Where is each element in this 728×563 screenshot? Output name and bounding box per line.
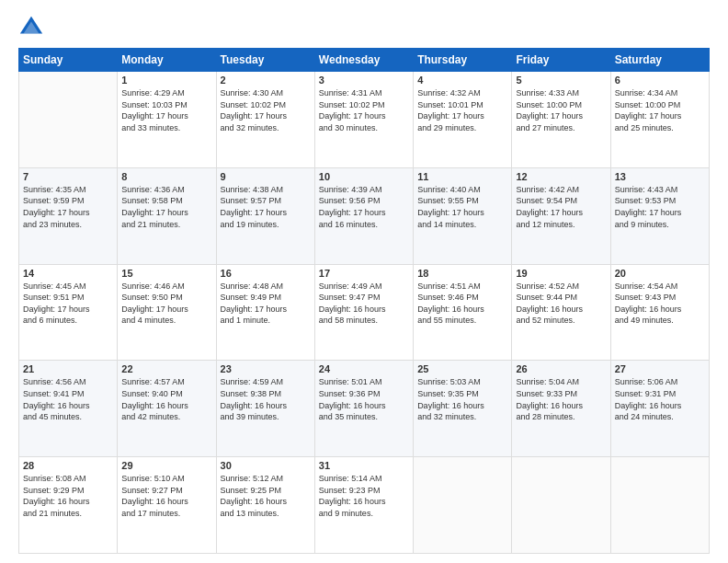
calendar-cell: 14Sunrise: 4:45 AM Sunset: 9:51 PM Dayli… xyxy=(19,264,118,361)
weekday-header-friday: Friday xyxy=(512,49,610,72)
day-info: Sunrise: 5:01 AM Sunset: 9:36 PM Dayligh… xyxy=(319,376,409,422)
day-info: Sunrise: 5:10 AM Sunset: 9:27 PM Dayligh… xyxy=(121,473,211,519)
day-number: 22 xyxy=(121,363,211,374)
calendar-cell: 26Sunrise: 5:04 AM Sunset: 9:33 PM Dayli… xyxy=(512,361,610,457)
day-number: 6 xyxy=(615,75,705,86)
day-number: 1 xyxy=(121,75,211,86)
day-number: 30 xyxy=(221,460,311,471)
day-info: Sunrise: 4:49 AM Sunset: 9:47 PM Dayligh… xyxy=(319,281,409,327)
weekday-header-wednesday: Wednesday xyxy=(314,49,413,72)
day-info: Sunrise: 4:56 AM Sunset: 9:41 PM Dayligh… xyxy=(23,376,113,422)
calendar-cell: 20Sunrise: 4:54 AM Sunset: 9:43 PM Dayli… xyxy=(610,264,709,361)
calendar-cell: 13Sunrise: 4:43 AM Sunset: 9:53 PM Dayli… xyxy=(610,167,709,264)
weekday-header-saturday: Saturday xyxy=(610,49,709,72)
day-number: 12 xyxy=(516,171,606,182)
day-number: 23 xyxy=(221,363,311,374)
day-info: Sunrise: 4:34 AM Sunset: 10:00 PM Daylig… xyxy=(615,87,705,133)
weekday-header-row: SundayMondayTuesdayWednesdayThursdayFrid… xyxy=(19,49,710,72)
day-number: 14 xyxy=(23,268,113,279)
calendar-cell: 9Sunrise: 4:38 AM Sunset: 9:57 PM Daylig… xyxy=(216,167,314,264)
day-number: 9 xyxy=(221,171,311,182)
day-info: Sunrise: 4:35 AM Sunset: 9:59 PM Dayligh… xyxy=(23,184,113,230)
day-number: 18 xyxy=(417,268,507,279)
day-info: Sunrise: 4:54 AM Sunset: 9:43 PM Dayligh… xyxy=(615,281,705,327)
day-number: 31 xyxy=(319,460,409,471)
calendar-cell xyxy=(512,457,610,554)
day-number: 21 xyxy=(23,363,113,374)
logo xyxy=(18,15,48,40)
calendar-cell: 22Sunrise: 4:57 AM Sunset: 9:40 PM Dayli… xyxy=(118,361,216,457)
calendar-cell: 24Sunrise: 5:01 AM Sunset: 9:36 PM Dayli… xyxy=(314,361,413,457)
calendar-cell: 7Sunrise: 4:35 AM Sunset: 9:59 PM Daylig… xyxy=(19,167,118,264)
day-info: Sunrise: 5:12 AM Sunset: 9:25 PM Dayligh… xyxy=(221,473,311,519)
calendar-cell xyxy=(610,457,709,554)
calendar-cell: 30Sunrise: 5:12 AM Sunset: 9:25 PM Dayli… xyxy=(216,457,314,554)
day-info: Sunrise: 4:59 AM Sunset: 9:38 PM Dayligh… xyxy=(221,376,311,422)
day-info: Sunrise: 5:06 AM Sunset: 9:31 PM Dayligh… xyxy=(615,376,705,422)
day-number: 10 xyxy=(319,171,409,182)
day-info: Sunrise: 4:52 AM Sunset: 9:44 PM Dayligh… xyxy=(516,281,606,327)
day-info: Sunrise: 4:45 AM Sunset: 9:51 PM Dayligh… xyxy=(23,281,113,327)
day-info: Sunrise: 4:39 AM Sunset: 9:56 PM Dayligh… xyxy=(319,184,409,230)
calendar-cell: 19Sunrise: 4:52 AM Sunset: 9:44 PM Dayli… xyxy=(512,264,610,361)
day-number: 3 xyxy=(319,75,409,86)
logo-icon xyxy=(18,15,44,40)
day-number: 13 xyxy=(615,171,705,182)
day-info: Sunrise: 4:57 AM Sunset: 9:40 PM Dayligh… xyxy=(121,376,211,422)
day-info: Sunrise: 4:42 AM Sunset: 9:54 PM Dayligh… xyxy=(516,184,606,230)
day-info: Sunrise: 4:51 AM Sunset: 9:46 PM Dayligh… xyxy=(417,281,507,327)
day-info: Sunrise: 4:33 AM Sunset: 10:00 PM Daylig… xyxy=(516,87,606,133)
week-row-4: 21Sunrise: 4:56 AM Sunset: 9:41 PM Dayli… xyxy=(19,361,710,457)
week-row-1: 1Sunrise: 4:29 AM Sunset: 10:03 PM Dayli… xyxy=(19,72,710,168)
day-number: 25 xyxy=(417,363,507,374)
day-number: 7 xyxy=(23,171,113,182)
day-number: 15 xyxy=(121,268,211,279)
day-number: 19 xyxy=(516,268,606,279)
calendar-table: SundayMondayTuesdayWednesdayThursdayFrid… xyxy=(18,48,710,554)
calendar-cell: 25Sunrise: 5:03 AM Sunset: 9:35 PM Dayli… xyxy=(414,361,512,457)
calendar-cell: 31Sunrise: 5:14 AM Sunset: 9:23 PM Dayli… xyxy=(314,457,413,554)
weekday-header-tuesday: Tuesday xyxy=(216,49,314,72)
calendar-cell xyxy=(414,457,512,554)
day-number: 28 xyxy=(23,460,113,471)
week-row-3: 14Sunrise: 4:45 AM Sunset: 9:51 PM Dayli… xyxy=(19,264,710,361)
day-number: 24 xyxy=(319,363,409,374)
day-info: Sunrise: 4:48 AM Sunset: 9:49 PM Dayligh… xyxy=(221,281,311,327)
day-info: Sunrise: 4:46 AM Sunset: 9:50 PM Dayligh… xyxy=(121,281,211,327)
calendar-cell: 18Sunrise: 4:51 AM Sunset: 9:46 PM Dayli… xyxy=(414,264,512,361)
day-number: 27 xyxy=(615,363,705,374)
calendar-cell: 6Sunrise: 4:34 AM Sunset: 10:00 PM Dayli… xyxy=(610,72,709,168)
calendar-cell: 16Sunrise: 4:48 AM Sunset: 9:49 PM Dayli… xyxy=(216,264,314,361)
calendar-cell: 12Sunrise: 4:42 AM Sunset: 9:54 PM Dayli… xyxy=(512,167,610,264)
calendar-cell: 3Sunrise: 4:31 AM Sunset: 10:02 PM Dayli… xyxy=(314,72,413,168)
day-number: 29 xyxy=(121,460,211,471)
weekday-header-monday: Monday xyxy=(118,49,216,72)
day-number: 17 xyxy=(319,268,409,279)
calendar-cell xyxy=(19,72,118,168)
day-number: 5 xyxy=(516,75,606,86)
calendar-cell: 10Sunrise: 4:39 AM Sunset: 9:56 PM Dayli… xyxy=(314,167,413,264)
day-info: Sunrise: 4:32 AM Sunset: 10:01 PM Daylig… xyxy=(417,87,507,133)
day-number: 26 xyxy=(516,363,606,374)
day-info: Sunrise: 4:30 AM Sunset: 10:02 PM Daylig… xyxy=(221,87,311,133)
day-info: Sunrise: 4:36 AM Sunset: 9:58 PM Dayligh… xyxy=(121,184,211,230)
calendar-cell: 8Sunrise: 4:36 AM Sunset: 9:58 PM Daylig… xyxy=(118,167,216,264)
day-info: Sunrise: 4:40 AM Sunset: 9:55 PM Dayligh… xyxy=(417,184,507,230)
day-number: 16 xyxy=(221,268,311,279)
calendar-cell: 5Sunrise: 4:33 AM Sunset: 10:00 PM Dayli… xyxy=(512,72,610,168)
calendar-cell: 2Sunrise: 4:30 AM Sunset: 10:02 PM Dayli… xyxy=(216,72,314,168)
day-info: Sunrise: 5:03 AM Sunset: 9:35 PM Dayligh… xyxy=(417,376,507,422)
day-number: 4 xyxy=(417,75,507,86)
calendar-cell: 28Sunrise: 5:08 AM Sunset: 9:29 PM Dayli… xyxy=(19,457,118,554)
day-info: Sunrise: 5:14 AM Sunset: 9:23 PM Dayligh… xyxy=(319,473,409,519)
calendar-cell: 11Sunrise: 4:40 AM Sunset: 9:55 PM Dayli… xyxy=(414,167,512,264)
header xyxy=(18,15,710,40)
calendar-cell: 23Sunrise: 4:59 AM Sunset: 9:38 PM Dayli… xyxy=(216,361,314,457)
calendar-cell: 4Sunrise: 4:32 AM Sunset: 10:01 PM Dayli… xyxy=(414,72,512,168)
calendar-cell: 27Sunrise: 5:06 AM Sunset: 9:31 PM Dayli… xyxy=(610,361,709,457)
calendar-cell: 17Sunrise: 4:49 AM Sunset: 9:47 PM Dayli… xyxy=(314,264,413,361)
day-info: Sunrise: 4:43 AM Sunset: 9:53 PM Dayligh… xyxy=(615,184,705,230)
day-number: 8 xyxy=(121,171,211,182)
calendar-cell: 21Sunrise: 4:56 AM Sunset: 9:41 PM Dayli… xyxy=(19,361,118,457)
page: SundayMondayTuesdayWednesdayThursdayFrid… xyxy=(0,0,728,563)
